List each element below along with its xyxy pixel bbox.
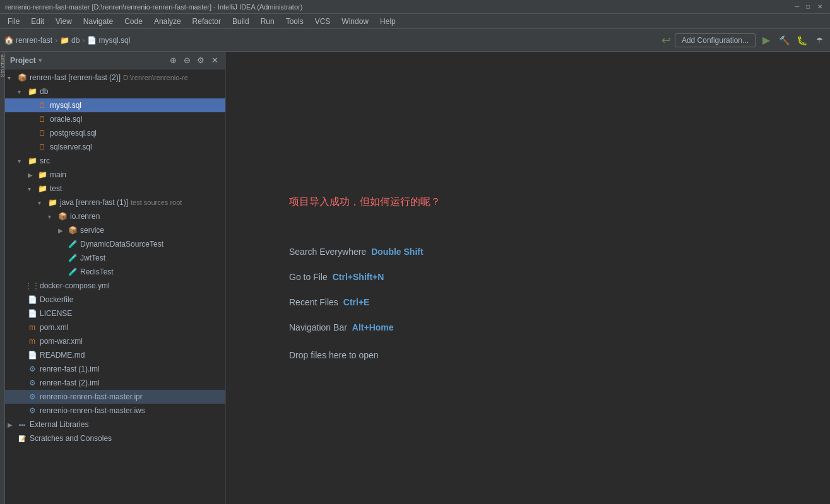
menu-item-build[interactable]: Build (227, 16, 254, 27)
test-arrow: ▾ (28, 185, 37, 192)
tree-item-db[interactable]: ▾ 📁 db (5, 85, 225, 98)
tree-item-root[interactable]: ▾ 📦 renren-fast [renren-fast (2)] D:\ren… (5, 71, 225, 85)
debug-icon[interactable]: 🐛 (795, 33, 809, 47)
breadcrumb-file[interactable]: 📄 mysql.sql (87, 36, 130, 45)
menu-item-file[interactable]: File (3, 16, 25, 27)
welcome-content: 项目导入成功，但如何运行的呢？ Search Everywhere Double… (226, 52, 830, 504)
build-icon[interactable]: 🔨 (777, 33, 791, 47)
ipr-label: renrenio-renren-fast-master.ipr (40, 392, 143, 401)
shortcut-recent-files: Recent Files Ctrl+E (289, 297, 369, 307)
tree-item-postgresql[interactable]: 🗒 postgresql.sql (5, 126, 225, 140)
main-label: main (50, 170, 66, 179)
tree-item-src[interactable]: ▾ 📁 src (5, 154, 225, 168)
jwt-icon: 🧪 (67, 252, 78, 264)
ext-lib-icon: ▪▪▪ (16, 419, 28, 430)
menu-item-view[interactable]: View (50, 16, 77, 27)
mysql-label: mysql.sql (50, 101, 81, 110)
test-icon: 📁 (37, 183, 48, 194)
window-controls: ─ □ ✕ (795, 3, 825, 11)
tree-item-jwt[interactable]: 🧪 JwtTest (5, 251, 225, 265)
oracle-icon: 🗒 (37, 114, 48, 125)
io-renren-icon: 📦 (57, 211, 68, 222)
service-label: service (80, 226, 104, 235)
tree-item-redis[interactable]: 🧪 RedisTest (5, 265, 225, 279)
postgresql-icon: 🗒 (37, 127, 48, 139)
readme-icon: 📄 (27, 349, 38, 361)
breadcrumb-home-label: renren-fast (16, 36, 52, 45)
tree-item-dockerfile[interactable]: 📄 Dockerfile (5, 293, 225, 307)
settings-icon[interactable]: ⚙ (195, 55, 206, 66)
collapse-icon[interactable]: ⊖ (181, 55, 193, 66)
project-panel: Project ▾ ⊕ ⊖ ⚙ ✕ ▾ 📦 renren-fast [renre… (5, 52, 226, 504)
maximize-btn[interactable]: □ (806, 3, 814, 11)
close-panel-icon[interactable]: ✕ (209, 55, 220, 66)
tree-item-io-renren[interactable]: ▾ 📦 io.renren (5, 209, 225, 223)
service-arrow: ▶ (58, 227, 67, 234)
menu-item-run[interactable]: Run (256, 16, 280, 27)
tree-item-pom-war[interactable]: m pom-war.xml (5, 334, 225, 348)
breadcrumb-db[interactable]: 📁 db (60, 36, 80, 45)
sqlserver-icon: 🗒 (37, 141, 48, 153)
minimize-btn[interactable]: ─ (795, 3, 802, 11)
panel-title-text: Project (10, 56, 36, 65)
dockerfile-icon: 📄 (27, 294, 38, 305)
tree-item-test[interactable]: ▾ 📁 test (5, 182, 225, 196)
panel-actions: ⊕ ⊖ ⚙ ✕ (167, 55, 220, 66)
java-arrow: ▾ (38, 199, 47, 206)
tree-item-main[interactable]: ▶ 📁 main (5, 168, 225, 182)
panel-dropdown-arrow[interactable]: ▾ (39, 57, 42, 64)
back-arrow-icon[interactable]: ↩ (661, 33, 671, 47)
io-renren-label: io.renren (70, 212, 100, 221)
tree-item-license[interactable]: 📄 LICENSE (5, 307, 225, 320)
tree-item-iml2[interactable]: ⚙ renren-fast (2).iml (5, 376, 225, 390)
tree-item-java[interactable]: ▾ 📁 java [renren-fast (1)] test sources … (5, 196, 225, 209)
root-path: D:\renren\renrenio-re (123, 74, 188, 81)
search-everywhere-key: Double Shift (371, 247, 423, 257)
tree-item-iws[interactable]: ⚙ renrenio-renren-fast-master.iws (5, 404, 225, 418)
menu-item-tools[interactable]: Tools (281, 16, 309, 27)
postgresql-label: postgresql.sql (50, 129, 97, 138)
tree-item-iml1[interactable]: ⚙ renren-fast (1).iml (5, 362, 225, 376)
add-configuration-button[interactable]: Add Configuration... (675, 33, 756, 47)
tree-item-ipr[interactable]: ⚙ renrenio-renren-fast-master.ipr (5, 390, 225, 404)
coverage-icon[interactable]: ☂ (812, 33, 826, 47)
structure-label[interactable]: Structure (0, 54, 6, 78)
dockerfile-label: Dockerfile (40, 295, 73, 304)
tree-item-ext-lib[interactable]: ▶ ▪▪▪ External Libraries (5, 418, 225, 431)
tree-item-dynamic[interactable]: 🧪 DynamicDataSourceTest (5, 237, 225, 251)
tree-item-oracle[interactable]: 🗒 oracle.sql (5, 112, 225, 126)
menu-bar: FileEditViewNavigateCodeAnalyzeRefactorB… (0, 14, 830, 29)
menu-item-refactor[interactable]: Refactor (187, 16, 226, 27)
java-secondary: test sources root (131, 199, 182, 206)
breadcrumb-file-label: mysql.sql (98, 36, 130, 45)
run-button[interactable]: ▶ (759, 33, 773, 47)
tree-item-scratches[interactable]: 📝 Scratches and Consoles (5, 431, 225, 445)
menu-item-help[interactable]: Help (375, 16, 401, 27)
test-label: test (50, 184, 62, 193)
menu-item-vcs[interactable]: VCS (310, 16, 336, 27)
chinese-text: 项目导入成功，但如何运行的呢？ (289, 196, 441, 209)
menu-item-window[interactable]: Window (336, 16, 374, 27)
menu-item-navigate[interactable]: Navigate (78, 16, 118, 27)
tree-item-readme[interactable]: 📄 README.md (5, 348, 225, 362)
db-arrow: ▾ (18, 88, 27, 95)
locate-icon[interactable]: ⊕ (167, 55, 179, 66)
shortcut-go-to-file: Go to File Ctrl+Shift+N (289, 272, 384, 282)
menu-item-edit[interactable]: Edit (26, 16, 49, 27)
title-text: renrenio-renren-fast-master [D:\renren\r… (5, 3, 302, 11)
go-to-file-key: Ctrl+Shift+N (333, 272, 384, 282)
search-everywhere-label: Search Everywhere (289, 247, 366, 257)
main-arrow: ▶ (28, 172, 37, 179)
menu-item-code[interactable]: Code (119, 16, 148, 27)
sqlserver-label: sqlserver.sql (50, 143, 92, 151)
tree-item-docker-compose[interactable]: ⋮⋮ docker-compose.yml (5, 279, 225, 293)
tree-item-mysql[interactable]: 🗒 mysql.sql (5, 98, 225, 112)
tree-item-sqlserver[interactable]: 🗒 sqlserver.sql (5, 140, 225, 154)
tree-item-pom[interactable]: m pom.xml (5, 320, 225, 334)
menu-item-analyze[interactable]: Analyze (149, 16, 186, 27)
tree-item-service[interactable]: ▶ 📦 service (5, 223, 225, 237)
breadcrumb-home[interactable]: 🏠 renren-fast (4, 35, 52, 45)
dynamic-icon: 🧪 (67, 238, 78, 250)
readme-label: README.md (40, 351, 85, 360)
close-btn[interactable]: ✕ (817, 3, 825, 11)
